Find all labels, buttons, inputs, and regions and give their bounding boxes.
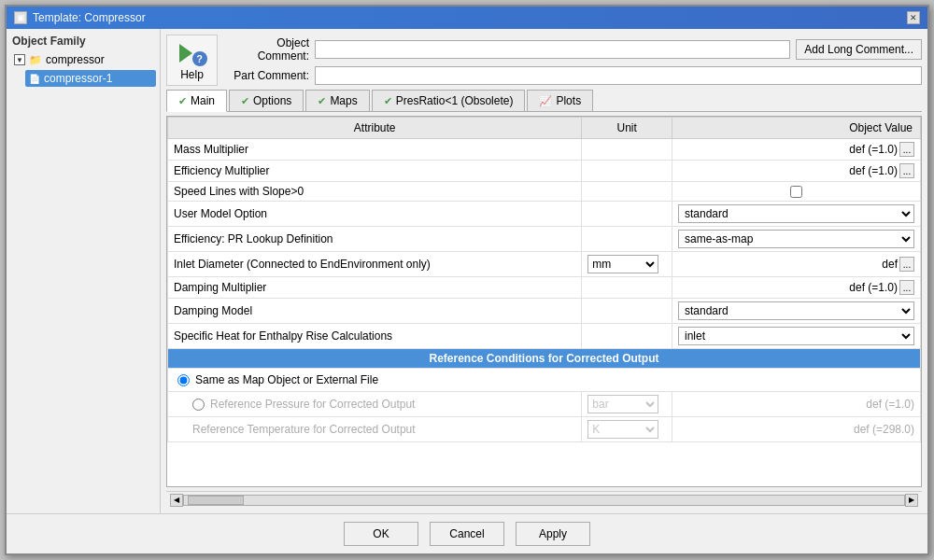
- attr-cell: Damping Multiplier: [168, 277, 582, 299]
- value-text: def (=1.0): [849, 281, 898, 294]
- attr-cell: Specific Heat for Enthalpy Rise Calculat…: [168, 324, 582, 349]
- value-text: def: [882, 258, 898, 271]
- attr-cell: Damping Model: [168, 299, 582, 324]
- dots-button[interactable]: ...: [899, 257, 914, 272]
- table-header-row: Attribute Unit Object Value: [168, 118, 921, 139]
- unit-cell: [582, 324, 672, 349]
- question-icon: ?: [192, 51, 207, 66]
- window-title: Template: Compressor: [33, 11, 146, 24]
- same-as-map-radio[interactable]: [177, 374, 190, 386]
- scroll-right-button[interactable]: ▶: [905, 494, 918, 507]
- speed-lines-checkbox[interactable]: [790, 186, 802, 198]
- comment-fields: Object Comment: Add Long Comment... Part…: [225, 36, 922, 85]
- apply-button[interactable]: Apply: [516, 522, 590, 546]
- val-cell: def (=1.0) ...: [672, 161, 921, 182]
- help-button[interactable]: ? Help: [166, 35, 218, 86]
- main-panel: ? Help Object Comment: Add Long Comment.…: [161, 29, 927, 513]
- close-button[interactable]: ✕: [907, 11, 920, 24]
- tab-check-icon: ✔: [384, 95, 392, 107]
- tab-presratio[interactable]: ✔ PresRatio<1 (Obsolete): [372, 90, 526, 111]
- efficiency-pr-select[interactable]: same-as-map: [678, 230, 914, 248]
- attr-cell: Speed Lines with Slope>0: [168, 182, 582, 202]
- sidebar: Object Family ▼ 📁 compressor 📄 compresso…: [7, 29, 161, 513]
- radio-cell: Same as Map Object or External File: [168, 369, 921, 392]
- tab-plots-label: Plots: [556, 94, 581, 107]
- val-cell: def (=1.0): [672, 392, 921, 417]
- attr-header: Attribute: [168, 118, 582, 139]
- unit-cell: [582, 139, 672, 161]
- table-row: Speed Lines with Slope>0: [168, 182, 921, 202]
- title-bar-left: ▣ Template: Compressor: [14, 11, 146, 24]
- attributes-table: Attribute Unit Object Value Mass Multipl…: [167, 117, 921, 442]
- scroll-thumb[interactable]: [188, 496, 244, 505]
- part-comment-input[interactable]: [315, 66, 922, 85]
- content-area: Object Family ▼ 📁 compressor 📄 compresso…: [7, 29, 927, 513]
- sidebar-item-compressor-1[interactable]: 📄 compressor-1: [25, 70, 156, 87]
- cancel-button[interactable]: Cancel: [430, 522, 504, 546]
- ref-pressure-unit-select[interactable]: bar: [587, 395, 658, 413]
- tab-options[interactable]: ✔ Options: [229, 90, 304, 111]
- unit-header: Unit: [582, 118, 672, 139]
- attr-cell: Reference Pressure for Corrected Output: [168, 392, 582, 417]
- table-row: Mass Multiplier def (=1.0) ...: [168, 139, 921, 161]
- table-row: Damping Model standard: [168, 299, 921, 324]
- unit-cell: mm: [582, 252, 672, 277]
- user-model-select[interactable]: standard: [678, 204, 914, 223]
- top-row: ? Help Object Comment: Add Long Comment.…: [166, 35, 922, 86]
- table-row: Efficiency Multiplier def (=1.0) ...: [168, 161, 921, 182]
- table-row: Reference Pressure for Corrected Output …: [168, 392, 921, 417]
- ok-button[interactable]: OK: [344, 522, 418, 546]
- table-row: Damping Multiplier def (=1.0) ...: [168, 277, 921, 299]
- dots-button[interactable]: ...: [899, 142, 914, 157]
- value-text: def (=1.0): [849, 143, 898, 156]
- same-as-map-label: Same as Map Object or External File: [195, 373, 378, 386]
- attr-cell: Inlet Diameter (Connected to EndEnvironm…: [168, 252, 582, 277]
- tab-maps[interactable]: ✔ Maps: [305, 90, 369, 111]
- ref-pressure-label: Reference Pressure for Corrected Output: [210, 398, 415, 411]
- val-cell: standard: [672, 299, 921, 324]
- ref-temp-unit-select[interactable]: K: [587, 420, 658, 439]
- tab-check-icon: ✔: [178, 95, 187, 107]
- inlet-diameter-unit-select[interactable]: mm: [587, 255, 658, 273]
- sidebar-item-compressor[interactable]: ▼ 📁 compressor: [10, 51, 156, 68]
- table-row: Efficiency: PR Lookup Definition same-as…: [168, 227, 921, 252]
- value-text: def (=298.0): [854, 423, 914, 436]
- dots-button[interactable]: ...: [899, 163, 914, 178]
- add-long-comment-button[interactable]: Add Long Comment...: [796, 39, 922, 60]
- damping-model-select[interactable]: standard: [678, 301, 914, 320]
- tab-main[interactable]: ✔ Main: [166, 90, 227, 112]
- horizontal-scrollbar[interactable]: [183, 495, 905, 506]
- ref-pressure-radio[interactable]: [192, 399, 205, 411]
- window-icon: ▣: [14, 11, 27, 24]
- attr-cell: User Model Option: [168, 202, 582, 227]
- play-icon: [179, 44, 192, 63]
- specific-heat-select[interactable]: inlet: [678, 327, 914, 345]
- scrollbar-area: ◀ ▶: [166, 491, 922, 508]
- tab-check-icon: ✔: [318, 95, 326, 107]
- expand-icon: ▼: [14, 54, 25, 65]
- sidebar-item-label: compressor: [46, 53, 105, 66]
- table-section-header: Reference Conditions for Corrected Outpu…: [168, 349, 921, 369]
- family-label: Object Family: [10, 33, 156, 49]
- section-header-cell: Reference Conditions for Corrected Outpu…: [168, 349, 921, 369]
- table-row: User Model Option standard: [168, 202, 921, 227]
- tab-chart-icon: 📈: [539, 95, 552, 107]
- attr-cell: Mass Multiplier: [168, 139, 582, 161]
- table-row: Inlet Diameter (Connected to EndEnvironm…: [168, 252, 921, 277]
- val-cell: def (=1.0) ...: [672, 139, 921, 161]
- object-comment-row: Object Comment: Add Long Comment...: [225, 36, 922, 63]
- object-comment-input[interactable]: [315, 40, 790, 59]
- val-cell: def ...: [672, 252, 921, 277]
- dots-button[interactable]: ...: [899, 280, 914, 295]
- table-row: Reference Temperature for Corrected Outp…: [168, 417, 921, 442]
- tab-plots[interactable]: 📈 Plots: [527, 90, 593, 111]
- help-label: Help: [180, 68, 204, 81]
- tab-main-label: Main: [191, 94, 215, 107]
- unit-cell: [582, 202, 672, 227]
- unit-cell: [582, 277, 672, 299]
- title-bar: ▣ Template: Compressor ✕: [7, 7, 927, 29]
- attributes-table-container: Attribute Unit Object Value Mass Multipl…: [166, 116, 922, 487]
- scroll-left-button[interactable]: ◀: [170, 494, 183, 507]
- tab-maps-label: Maps: [330, 94, 357, 107]
- unit-cell: [582, 227, 672, 252]
